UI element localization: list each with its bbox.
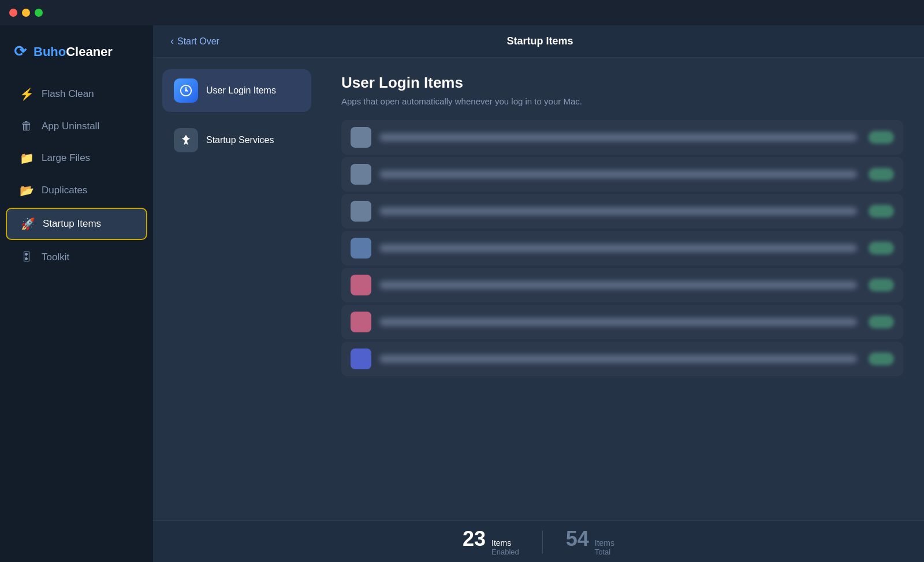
logo-text: BuhoCleaner (33, 44, 113, 59)
back-label: Start Over (177, 36, 219, 47)
sidebar-item-duplicates[interactable]: 📂 Duplicates (6, 175, 147, 205)
toolkit-icon: 🎛 (20, 250, 33, 264)
footer: 23 Items Enabled 54 Items Total (153, 520, 924, 562)
sidebar-item-label: App Uninstall (42, 121, 99, 132)
flash-clean-icon: ⚡ (20, 87, 33, 101)
sidebar-item-large-files[interactable]: 📁 Large Files (6, 143, 147, 173)
sidebar-item-label: Toolkit (42, 252, 69, 263)
sidebar-item-label: Large Files (42, 152, 90, 164)
toggle-switch[interactable] (869, 205, 894, 218)
total-count: 54 (566, 527, 589, 551)
content-header: ‹ Start Over Startup Items (153, 25, 924, 58)
back-button[interactable]: ‹ Start Over (170, 35, 219, 47)
enabled-count: 23 (463, 527, 486, 551)
back-arrow-icon: ‹ (170, 35, 174, 47)
item-name-text (379, 170, 857, 178)
item-name-text (379, 244, 857, 252)
toggle-switch[interactable] (869, 168, 894, 181)
right-panel: User Login Items Apps that open automati… (321, 58, 924, 520)
item-name-text (379, 207, 857, 215)
close-button[interactable] (9, 9, 17, 17)
sidebar-item-flash-clean[interactable]: ⚡ Flash Clean (6, 79, 147, 109)
title-bar (0, 0, 924, 25)
avatar (351, 238, 371, 258)
main-layout: ⟳ BuhoCleaner ⚡ Flash Clean 🗑 App Uninst… (0, 25, 924, 562)
sidebar-item-startup-items[interactable]: 🚀 Startup Items (6, 208, 147, 240)
avatar (351, 349, 371, 369)
app-uninstall-icon: 🗑 (20, 119, 33, 133)
sidebar-item-label: Duplicates (42, 185, 87, 196)
toggle-switch[interactable] (869, 242, 894, 254)
total-label: Items (595, 538, 614, 548)
item-name-text (379, 133, 857, 141)
minimize-button[interactable] (22, 9, 30, 17)
user-login-items-icon (174, 78, 198, 103)
sidebar-item-toolkit[interactable]: 🎛 Toolkit (6, 242, 147, 272)
avatar (351, 312, 371, 332)
sidebar-item-label: Startup Items (43, 218, 101, 230)
section-description: Apps that open automatically whenever yo… (341, 96, 903, 106)
traffic-lights (9, 9, 43, 17)
duplicates-icon: 📂 (20, 183, 33, 197)
logo-icon: ⟳ (14, 43, 27, 61)
enabled-sub: Enabled (491, 548, 519, 556)
toggle-switch[interactable] (869, 131, 894, 144)
startup-items-icon: 🚀 (21, 217, 35, 231)
avatar (351, 275, 371, 295)
list-item[interactable] (341, 231, 903, 265)
logo-area: ⟳ BuhoCleaner (0, 37, 153, 78)
enabled-stat: 23 Items Enabled (439, 527, 542, 556)
item-name-text (379, 355, 857, 363)
page-title: Startup Items (219, 35, 860, 47)
list-item[interactable] (341, 194, 903, 228)
toggle-switch[interactable] (869, 353, 894, 365)
maximize-button[interactable] (35, 9, 43, 17)
large-files-icon: 📁 (20, 151, 33, 165)
sub-item-startup-services-label: Startup Services (206, 135, 274, 145)
toggle-switch[interactable] (869, 279, 894, 291)
total-sub: Total (595, 548, 614, 556)
two-panel: User Login Items Startup Services User L… (153, 58, 924, 520)
sub-item-user-login-label: User Login Items (206, 85, 276, 96)
list-item[interactable] (341, 268, 903, 302)
items-list (341, 120, 903, 504)
enabled-label: Items (491, 538, 519, 548)
item-name-text (379, 318, 857, 326)
sidebar-item-app-uninstall[interactable]: 🗑 App Uninstall (6, 111, 147, 141)
list-item[interactable] (341, 157, 903, 192)
enabled-labels: Items Enabled (491, 538, 519, 556)
toggle-switch[interactable] (869, 316, 894, 328)
sidebar: ⟳ BuhoCleaner ⚡ Flash Clean 🗑 App Uninst… (0, 25, 153, 562)
list-item[interactable] (341, 342, 903, 376)
sub-item-startup-services[interactable]: Startup Services (162, 119, 311, 162)
left-panel: User Login Items Startup Services (153, 58, 321, 520)
item-name-text (379, 281, 857, 289)
section-title: User Login Items (341, 74, 903, 92)
list-item[interactable] (341, 120, 903, 155)
avatar (351, 164, 371, 185)
startup-services-icon (174, 128, 198, 152)
total-labels: Items Total (595, 538, 614, 556)
content-area: ‹ Start Over Startup Items User Login It… (153, 25, 924, 562)
total-stat: 54 Items Total (543, 527, 638, 556)
list-item[interactable] (341, 305, 903, 339)
avatar (351, 127, 371, 148)
avatar (351, 201, 371, 222)
sidebar-item-label: Flash Clean (42, 88, 94, 100)
svg-point-1 (185, 89, 187, 92)
sub-item-user-login-items[interactable]: User Login Items (162, 69, 311, 112)
